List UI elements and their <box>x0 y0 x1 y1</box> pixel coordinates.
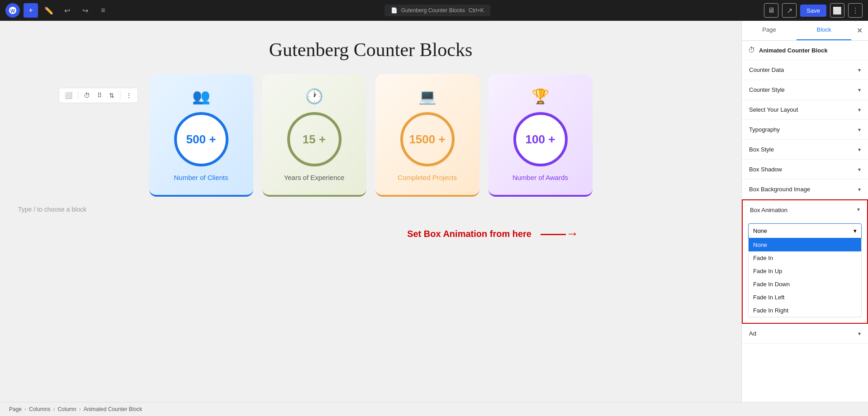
toolbar: W + ✏️ ↩ ↪ ≡ 📄 Gutenberg Counter Blocks … <box>0 0 868 21</box>
accordion-label-counter-style: Counter Style <box>749 86 785 93</box>
option-fade-in-left[interactable]: Fade In Left <box>749 291 861 304</box>
wp-logo: W <box>5 3 20 18</box>
animation-dropdown[interactable]: None ▾ <box>748 223 862 238</box>
doc-shortcut: Ctrl+K <box>469 7 484 14</box>
experience-counter: 15 + <box>287 112 342 166</box>
experience-icon: 🕐 <box>305 88 323 105</box>
accordion-box-animation: Box Animation ▴ None ▾ None Fade In Fade… <box>742 199 868 324</box>
redo-button[interactable]: ↪ <box>78 3 92 18</box>
tab-page[interactable]: Page <box>742 21 797 40</box>
block-type-button[interactable]: ⬜ <box>62 90 75 101</box>
block-title-row: ⏱ Animated Counter Block <box>742 41 868 60</box>
experience-label: Years of Experience <box>284 174 345 181</box>
accordion-label-box-animation: Box Animation <box>750 207 787 213</box>
accordion-label-counter-data: Counter Data <box>749 66 784 73</box>
clients-icon: 👥 <box>192 88 210 105</box>
accordion-box-shadow: Box Shadow ▾ <box>742 160 868 180</box>
accordion-label-ad: Ad <box>749 330 756 337</box>
card-experience[interactable]: 🕐 15 + Years of Experience <box>262 74 366 197</box>
toggle-sidebar-button[interactable]: ⬜ <box>830 3 844 18</box>
main-layout: ⬜ ⏱ ⠿ ⇅ ⋮ Gutenberg Counter Blocks 👥 500… <box>0 21 868 402</box>
chevron-counter-style: ▾ <box>858 87 861 93</box>
awards-label: Number of Awards <box>512 174 568 181</box>
accordion-header-typography[interactable]: Typography ▾ <box>742 120 868 139</box>
card-clients[interactable]: 👥 500 + Number of Clients <box>149 74 253 197</box>
accordion-label-select-layout: Select Your Layout <box>749 106 798 113</box>
toolbar-right: 🖥 ↗ Save ⬜ ⋮ <box>764 3 863 18</box>
annotation-text: Set Box Animation from here <box>407 229 531 239</box>
accordion-header-counter-style[interactable]: Counter Style ▾ <box>742 80 868 99</box>
breadcrumb-sep2: › <box>53 406 55 412</box>
option-fade-in-right[interactable]: Fade In Right <box>749 304 861 317</box>
block-title-icon: ⏱ <box>748 46 755 54</box>
accordion-counter-data: Counter Data ▾ <box>742 60 868 80</box>
option-fade-in-up[interactable]: Fade In Up <box>749 265 861 278</box>
details-button[interactable]: ≡ <box>96 3 110 18</box>
accordion-label-typography: Typography <box>749 126 780 133</box>
accordion-header-box-bg-image[interactable]: Box Background Image ▾ <box>742 180 868 199</box>
accordion-header-box-animation[interactable]: Box Animation ▴ <box>743 200 867 220</box>
accordion-select-layout: Select Your Layout ▾ <box>742 100 868 120</box>
accordion-header-counter-data[interactable]: Counter Data ▾ <box>742 60 868 80</box>
breadcrumb-columns[interactable]: Columns <box>29 406 50 412</box>
accordion-header-select-layout[interactable]: Select Your Layout ▾ <box>742 100 868 119</box>
accordion-typography: Typography ▾ <box>742 120 868 140</box>
block-title: Animated Counter Block <box>759 47 828 54</box>
chevron-box-shadow: ▾ <box>858 166 861 173</box>
accordion-header-box-style[interactable]: Box Style ▾ <box>742 140 868 159</box>
doc-title: Gutenberg Counter Blocks <box>401 7 465 14</box>
breadcrumb-page[interactable]: Page <box>9 406 22 412</box>
doc-icon: 📄 <box>391 7 398 14</box>
save-button[interactable]: Save <box>800 5 826 17</box>
more-block-options-button[interactable]: ⋮ <box>123 90 135 101</box>
accordion-label-box-style: Box Style <box>749 146 774 153</box>
block-toolbar: ⬜ ⏱ ⠿ ⇅ ⋮ <box>59 88 138 103</box>
drag-button[interactable]: ⠿ <box>95 90 104 101</box>
accordion-counter-style: Counter Style ▾ <box>742 80 868 100</box>
chevron-typography: ▾ <box>858 127 861 133</box>
animation-dropdown-value: None <box>753 227 767 234</box>
projects-icon: 💻 <box>418 88 436 105</box>
move-up-down-button[interactable]: ⇅ <box>106 90 117 101</box>
separator2 <box>120 91 120 100</box>
chevron-counter-data: ▾ <box>858 67 861 73</box>
more-options-button[interactable]: ⋮ <box>848 3 863 18</box>
svg-text:W: W <box>10 8 15 14</box>
awards-icon: 🏆 <box>531 88 550 105</box>
option-fade-in-down[interactable]: Fade In Down <box>749 278 861 291</box>
document-info[interactable]: 📄 Gutenberg Counter Blocks Ctrl+K <box>384 5 490 16</box>
clients-label: Number of Clients <box>174 174 228 181</box>
toolbar-center: 📄 Gutenberg Counter Blocks Ctrl+K <box>114 5 760 16</box>
accordion-label-box-shadow: Box Shadow <box>749 166 782 173</box>
sidebar-tabs: Page Block ✕ <box>742 21 868 41</box>
card-awards[interactable]: 🏆 100 + Number of Awards <box>489 74 593 197</box>
breadcrumb: Page › Columns › Column › Animated Count… <box>0 402 868 416</box>
external-link-button[interactable]: ↗ <box>782 3 797 18</box>
animation-options-list: None Fade In Fade In Up Fade In Down Fad… <box>748 238 862 317</box>
close-sidebar-button[interactable]: ✕ <box>851 21 868 40</box>
accordion-label-box-bg-image: Box Background Image <box>749 186 810 193</box>
breadcrumb-block[interactable]: Animated Counter Block <box>84 406 142 412</box>
right-sidebar: Page Block ✕ ⏱ Animated Counter Block Co… <box>741 21 868 402</box>
annotation-arrow: ——→ <box>541 227 579 241</box>
breadcrumb-sep1: › <box>24 406 26 412</box>
add-block-button[interactable]: + <box>24 3 38 18</box>
option-fade-in[interactable]: Fade In <box>749 251 861 265</box>
breadcrumb-column[interactable]: Column <box>57 406 76 412</box>
option-none[interactable]: None <box>749 238 861 251</box>
timer-button[interactable]: ⏱ <box>81 90 93 101</box>
accordion-header-box-shadow[interactable]: Box Shadow ▾ <box>742 160 868 179</box>
animation-content: None ▾ None Fade In Fade In Up Fade In D… <box>743 220 867 323</box>
chevron-box-animation: ▴ <box>857 207 860 213</box>
desktop-view-button[interactable]: 🖥 <box>764 3 778 18</box>
accordion-header-ad[interactable]: Ad ▾ <box>742 324 868 343</box>
tab-block[interactable]: Block <box>797 21 851 40</box>
accordion-box-style: Box Style ▾ <box>742 140 868 160</box>
accordion-box-bg-image: Box Background Image ▾ <box>742 180 868 199</box>
chevron-box-style: ▾ <box>858 147 861 153</box>
projects-counter: 1500 + <box>400 112 455 166</box>
undo-button[interactable]: ↩ <box>60 3 74 18</box>
chevron-box-bg-image: ▾ <box>858 186 861 193</box>
edit-button[interactable]: ✏️ <box>42 3 56 18</box>
card-projects[interactable]: 💻 1500 + Completed Projects <box>375 74 479 197</box>
